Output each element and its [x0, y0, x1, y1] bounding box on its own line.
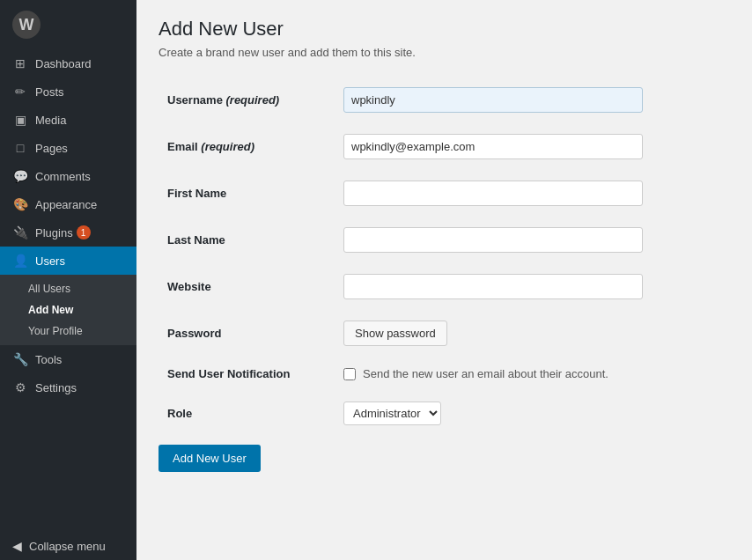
- sidebar-item-users[interactable]: 👤 Users: [0, 247, 136, 275]
- main-content: Add New User Create a brand new user and…: [136, 0, 752, 560]
- username-row: Username (required): [159, 77, 730, 123]
- sidebar-item-label: Tools: [35, 353, 62, 366]
- sidebar-item-label: Posts: [35, 85, 64, 99]
- email-row: Email (required): [159, 123, 730, 170]
- page-title: Add New User: [159, 18, 730, 41]
- sidebar-item-settings[interactable]: ⚙ Settings: [0, 373, 136, 402]
- users-icon: 👤: [12, 254, 28, 268]
- sidebar-item-label: Pages: [35, 142, 68, 155]
- dashboard-icon: ⊞: [12, 56, 28, 70]
- lastname-label: Last Name: [159, 217, 335, 263]
- collapse-menu[interactable]: ◀ Collapse menu: [0, 532, 136, 560]
- sidebar-logo: W: [0, 0, 136, 49]
- sidebar-item-media[interactable]: ▣ Media: [0, 106, 136, 134]
- password-label: Password: [159, 310, 335, 357]
- lastname-row: Last Name: [159, 217, 730, 263]
- sidebar-item-dashboard[interactable]: ⊞ Dashboard: [0, 49, 136, 77]
- sidebar-item-posts[interactable]: ✏ Posts: [0, 77, 136, 106]
- sidebar-item-pages[interactable]: □ Pages: [0, 134, 136, 162]
- sidebar-item-label: Plugins: [35, 226, 73, 239]
- username-input[interactable]: [343, 87, 643, 113]
- sidebar-item-label: Comments: [35, 170, 91, 183]
- pages-icon: □: [12, 141, 28, 155]
- lastname-input[interactable]: [343, 227, 643, 253]
- comments-icon: 💬: [12, 169, 28, 183]
- plugins-badge: 1: [77, 225, 91, 239]
- collapse-label: Collapse menu: [29, 540, 106, 553]
- sidebar-item-comments[interactable]: 💬 Comments: [0, 162, 136, 190]
- show-password-button[interactable]: Show password: [343, 321, 447, 346]
- add-user-form: Username (required) Email (required) Fir…: [159, 77, 730, 436]
- notification-label: Send User Notification: [159, 357, 335, 391]
- submenu-your-profile[interactable]: Your Profile: [0, 321, 136, 342]
- password-row: Password Show password: [159, 310, 730, 357]
- sidebar: W ⊞ Dashboard ✏ Posts ▣ Media □ Pages 💬 …: [0, 0, 136, 560]
- media-icon: ▣: [12, 113, 28, 127]
- notification-field: Send the new user an email about their a…: [343, 367, 721, 380]
- collapse-icon: ◀: [12, 539, 22, 553]
- sidebar-item-appearance[interactable]: 🎨 Appearance: [0, 190, 136, 218]
- submenu-add-new[interactable]: Add New: [0, 299, 136, 321]
- firstname-label: First Name: [159, 170, 335, 217]
- role-label: Role: [159, 391, 335, 436]
- sidebar-item-label: Appearance: [35, 198, 97, 211]
- email-input[interactable]: [343, 134, 643, 159]
- users-submenu: All Users Add New Your Profile: [0, 275, 136, 345]
- sidebar-item-label: Media: [35, 114, 66, 127]
- notification-text: Send the new user an email about their a…: [363, 367, 608, 380]
- firstname-input[interactable]: [343, 181, 643, 206]
- firstname-row: First Name: [159, 170, 730, 217]
- wp-icon: W: [12, 11, 41, 39]
- username-label: Username (required): [159, 77, 335, 123]
- appearance-icon: 🎨: [12, 197, 28, 211]
- page-description: Create a brand new user and add them to …: [159, 46, 730, 59]
- website-row: Website: [159, 263, 730, 310]
- sidebar-item-tools[interactable]: 🔧 Tools: [0, 345, 136, 373]
- sidebar-item-label: Settings: [35, 381, 77, 394]
- website-label: Website: [159, 263, 335, 310]
- notification-row: Send User Notification Send the new user…: [159, 357, 730, 391]
- add-new-user-button[interactable]: Add New User: [159, 445, 261, 472]
- submenu-all-users[interactable]: All Users: [0, 278, 136, 299]
- sidebar-item-plugins[interactable]: 🔌 Plugins 1: [0, 218, 136, 247]
- website-input[interactable]: [343, 274, 643, 299]
- notification-checkbox[interactable]: [343, 368, 356, 380]
- tools-icon: 🔧: [12, 352, 28, 366]
- sidebar-item-label: Dashboard: [35, 57, 92, 70]
- sidebar-item-label: Users: [35, 254, 65, 268]
- role-row: Role AdministratorEditorAuthorContributo…: [159, 391, 730, 436]
- email-label: Email (required): [159, 123, 335, 170]
- role-select[interactable]: AdministratorEditorAuthorContributorSubs…: [343, 402, 441, 425]
- plugins-icon: 🔌: [12, 225, 28, 239]
- posts-icon: ✏: [12, 85, 28, 99]
- settings-icon: ⚙: [12, 380, 28, 394]
